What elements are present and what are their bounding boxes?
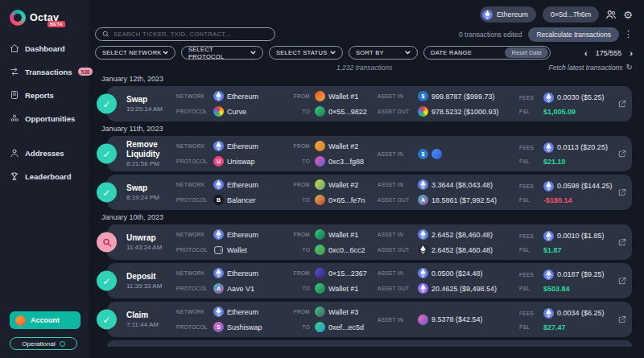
status-check-icon[interactable]: ✓ [97,183,117,203]
wallet-avatar [315,91,325,101]
next-page-icon[interactable]: › [630,48,633,58]
to-label: TO [286,286,310,291]
kebab-menu-icon[interactable]: ⋮ [624,29,633,39]
curve-icon [213,106,224,117]
transaction-type-cell: Claim 7:11:44 AM [126,311,176,329]
transaction-row[interactable]: ✓ Claim 7:11:44 AM NETWORK Ethereum PROT… [107,302,632,337]
sidebar-item-addresses[interactable]: Addresses [10,148,82,158]
wallet-avatar [315,307,325,317]
asset-out-label: ASSET OUT [378,197,413,203]
transaction-row[interactable]: ✓ Remove Liquidity 8:21:56 PM NETWORK Et… [107,136,632,171]
asset-out-label: ASSET OUT [378,286,413,291]
external-link-icon[interactable] [617,100,626,109]
select-network-dropdown[interactable]: SELECT NETWORK [95,46,175,60]
external-link-icon[interactable] [617,188,626,197]
external-link-icon[interactable] [617,238,626,247]
wallet-avatar [315,179,325,190]
search-input[interactable] [114,31,268,38]
status-check-icon[interactable]: ✓ [97,94,117,114]
fees-label: FEES [519,233,539,239]
asset-in-label: ASSET IN [378,182,413,187]
asset-out-value: A18.5861 ($7,992.54) [418,195,519,205]
date-range-input[interactable]: DATE RANGE Reset Date [423,46,551,60]
fees-pnl-cell: FEES 0.0113 ($20.25) P&L $21.10 [519,142,617,166]
prev-page-icon[interactable]: ‹ [584,48,588,58]
wallet-avatar [315,156,325,167]
protocol-value: Curve [213,106,286,117]
from-value: Wallet #1 [315,229,378,240]
sidebar-item-opportunities[interactable]: Opportunities [10,113,82,123]
network-protocol-cell: NETWORK Ethereum PROTOCOL Curve [176,91,286,117]
asset-cell: ASSET IN 9.5378 ($42.54) [378,315,519,325]
filter-bar: SELECT NETWORK SELECT PROTOCOL SELECT ST… [95,46,633,60]
account-avatar [15,315,26,326]
to-value: 0×55...9822 [315,106,378,117]
asset-in-label: ASSET IN [378,93,413,99]
fees-pnl-cell: FEES 0.0598 ($144.25) P&L -$180.14 [519,181,617,204]
status-search-icon[interactable] [97,232,117,253]
sidebar-item-dashboard[interactable]: Dashboard [10,43,82,53]
transaction-time: 11:39:33 AM [126,282,176,290]
transaction-row[interactable]: ✓ Swap 8:19:24 PM NETWORK Ethereum PROTO… [107,175,632,210]
transaction-type: Claim [126,311,176,320]
asset-in-label: ASSET IN [378,317,413,323]
recalculate-transactions-button[interactable]: Recalculate transactions [528,27,619,42]
sidebar-item-leaderboard[interactable]: Leaderboard [10,171,82,181]
external-link-icon[interactable] [617,277,626,286]
status-check-icon[interactable]: ✓ [97,144,117,164]
sushiswap-icon: S [213,322,224,332]
select-protocol-dropdown[interactable]: SELECT PROTOCOL [181,46,263,60]
protocol-value: UUniswap [213,156,286,167]
status-check-icon[interactable]: ✓ [97,310,117,330]
sidebar-item-transactions[interactable]: Transactions 538 [10,67,82,76]
search-box[interactable] [95,27,275,41]
eth-icon [418,179,428,190]
to-label: TO [286,247,310,253]
asset-out-label: ASSET OUT [378,247,413,253]
sidebar-item-label: Opportunities [25,114,75,123]
operational-status-pill[interactable]: Operational [10,337,77,350]
transaction-row[interactable]: Unwrap 11:43:24 AM NETWORK Ethereum PROT… [107,224,632,260]
network-value: Ethereum [213,307,286,317]
protocol-label: PROTOCOL [176,324,208,330]
sort-by-dropdown[interactable]: SORT BY [349,46,418,60]
network-protocol-cell: NETWORK Ethereum PROTOCOL Wallet [176,229,286,255]
asset-out-value: 978.5232 ($1000.93) [418,106,519,117]
network-chip[interactable]: Ethereum [480,6,536,23]
to-value: 0xef...ec5d [315,322,378,332]
external-link-icon[interactable] [617,315,626,324]
wallet-avatar [315,106,325,117]
wallet-avatar [315,322,325,332]
network-chip-label: Ethereum [497,10,528,19]
report-icon [10,90,19,100]
transaction-time: 8:19:24 PM [126,194,176,201]
settings-gear-icon[interactable]: ⚙ [623,10,633,20]
fetch-latest-transactions-button[interactable]: Fetch latest transactions ↻ [548,63,633,72]
pnl-label: P&L [519,247,539,253]
asset-in-value: $999.8787 ($999.73) [418,91,519,101]
external-link-icon[interactable] [617,150,626,158]
protocol-label: PROTOCOL [176,158,208,164]
reset-date-button[interactable]: Reset Date [505,47,548,58]
to-label: TO [286,109,310,114]
search-icon [102,31,109,38]
refresh-icon: ↻ [626,63,633,72]
to-label: TO [286,197,310,203]
transaction-type-cell: Swap 8:19:24 PM [126,183,176,202]
top-bar: Ethereum 0×5d...7h6m ⚙ [95,6,633,23]
account-button[interactable]: Account [10,311,80,329]
sidebar-item-reports[interactable]: Reports [10,90,82,100]
fees-value: 0.0187 ($9.25) [543,270,617,280]
transaction-row[interactable]: ✓ Deposit 11:39:33 AM NETWORK Ethereum P… [107,263,632,298]
status-check-icon[interactable]: ✓ [97,271,117,291]
sidebar-item-label: Leaderboard [25,172,72,181]
wallet-address-chip[interactable]: 0×5d...7h6m [543,6,599,23]
select-status-dropdown[interactable]: SELECT STATUS [269,46,343,60]
fees-pnl-cell: FEES 0.0030 ($5.25) P&L $1,005.09 [519,93,617,116]
transaction-row[interactable]: ✓ Swap 10:29:14 AM NETWORK Ethereum PROT… [107,86,632,121]
eth-icon [213,229,224,240]
fees-pnl-cell: FEES 0.0010 ($1.85) P&L $1.87 [519,231,617,254]
protocol-value: Wallet [213,245,286,255]
accounts-people-button[interactable] [605,9,617,20]
aave-icon: A [418,195,428,205]
